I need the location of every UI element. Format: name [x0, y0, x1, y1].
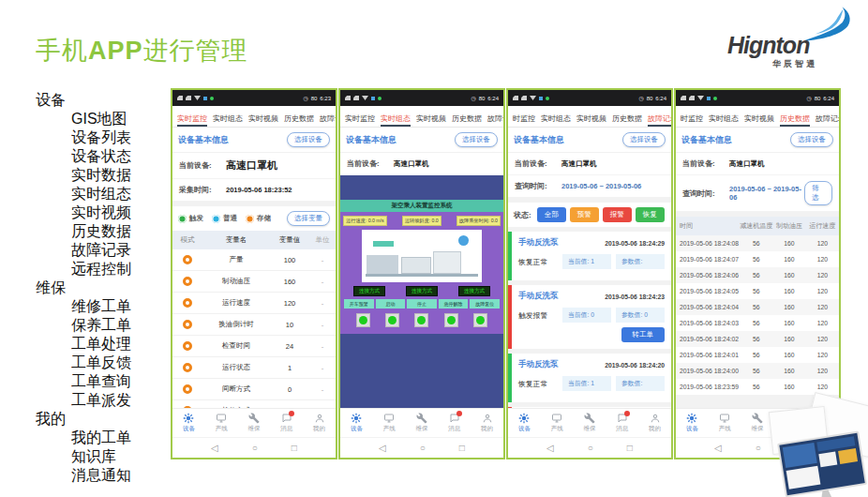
outline-item: 保养工单 — [71, 316, 131, 335]
outline-item: 设备状态 — [71, 147, 131, 166]
tab[interactable]: 历史数据 — [780, 110, 810, 127]
scada-control-button[interactable]: 启动 — [376, 299, 406, 309]
home-button[interactable]: ○ — [420, 443, 426, 453]
current-device-row: 当前设备: 高速口罩机 — [172, 153, 336, 179]
back-button[interactable]: ◁ — [379, 443, 386, 453]
connection-mode-box[interactable]: 连接方式 — [458, 286, 490, 296]
app-notification-icon — [203, 97, 207, 100]
connection-mode-box[interactable]: 连接方式 — [406, 286, 438, 296]
status-bar: ◷ 80 6:24 — [508, 90, 671, 106]
scada-control-button[interactable]: 急停解除 — [439, 299, 469, 309]
recents-button[interactable]: □ — [627, 443, 633, 453]
tab[interactable]: 故障记录 — [648, 110, 671, 127]
clock-icon: ◷ — [303, 95, 307, 101]
gearbox-temp: 56 — [740, 352, 772, 358]
tab[interactable]: 实时组态 — [541, 110, 571, 127]
history-time: 2019-05-06 18:24:07 — [676, 256, 740, 263]
back-button[interactable]: ◁ — [211, 443, 218, 453]
nav-item-messages[interactable]: 消息 — [606, 413, 638, 433]
fault-card[interactable]: 手动反洗泵 2019-05-06 18:24:23 触发报警 当前值: 0 参数… — [508, 285, 671, 349]
tab[interactable]: 故障记录 — [487, 110, 503, 127]
store-mode-icon — [183, 277, 192, 286]
run-speed: 120 — [806, 384, 839, 390]
person-icon — [650, 413, 661, 424]
history-row: 2019-05-06 18:24:02 56 160 120 — [676, 331, 839, 347]
nav-item-device[interactable]: 设备 — [676, 413, 709, 433]
select-device-button[interactable]: 选择设备 — [455, 132, 498, 147]
title-part: 手机 — [36, 37, 88, 65]
outline-item: 工单查询 — [71, 372, 131, 391]
back-button[interactable]: ◁ — [714, 443, 722, 453]
nav-item-line[interactable]: 产线 — [709, 413, 741, 433]
tab[interactable]: 时监控 — [681, 110, 703, 127]
recents-button[interactable]: □ — [292, 443, 297, 453]
select-device-button[interactable]: 选择设备 — [622, 132, 666, 147]
signal-icon — [186, 96, 191, 100]
status-filter-button[interactable]: 恢复 — [636, 207, 665, 222]
nav-item-device[interactable]: 设备 — [340, 413, 373, 433]
select-device-button[interactable]: 选择设备 — [287, 132, 330, 147]
status-filter-button[interactable]: 预警 — [570, 207, 599, 222]
scada-control-button[interactable]: 停止 — [407, 299, 437, 309]
outline-item: 工单处理 — [71, 335, 131, 354]
nav-item-device[interactable]: 设备 — [508, 413, 541, 433]
nav-item-line[interactable]: 产线 — [373, 413, 406, 433]
tab[interactable]: 故障记录 — [320, 110, 336, 127]
recents-button[interactable]: □ — [459, 443, 465, 453]
nav-item-profile[interactable]: 我的 — [471, 413, 503, 433]
tab[interactable]: 历史数据 — [452, 110, 482, 127]
nav-item-maintenance[interactable]: 维保 — [406, 413, 439, 433]
status-filter-button[interactable]: 报警 — [603, 207, 632, 222]
filter-button[interactable]: 筛选 — [804, 181, 832, 205]
run-speed: 120 — [806, 368, 839, 374]
tab[interactable]: 实时监控 — [177, 110, 207, 127]
notification-dot-icon — [378, 97, 382, 100]
tab[interactable]: 历史数据 — [284, 110, 314, 127]
nav-item-messages[interactable]: 消息 — [438, 413, 471, 433]
status-bar: ◷ 80 6:23 — [172, 90, 336, 106]
tab[interactable]: 实时视频 — [248, 110, 278, 127]
gear-icon — [183, 413, 194, 424]
nav-item-maintenance[interactable]: 维保 — [238, 413, 271, 433]
unread-badge — [456, 411, 462, 416]
nav-item-device[interactable]: 设备 — [172, 413, 205, 433]
query-date-range[interactable]: 2019-05-06 ~ 2019-05-06 — [729, 185, 804, 202]
tab[interactable]: 实时组态 — [381, 110, 411, 127]
scada-control-button[interactable]: 开车预警 — [344, 299, 374, 309]
tab[interactable]: 故障记录 — [816, 110, 839, 127]
home-button[interactable]: ○ — [252, 443, 258, 453]
nav-item-profile[interactable]: 我的 — [303, 413, 336, 433]
fault-card[interactable]: 手动反洗泵 2019-05-06 18:24:29 恢复正常 当前值: 1 参数… — [508, 232, 671, 280]
back-button[interactable]: ◁ — [546, 443, 554, 453]
nav-item-line[interactable]: 产线 — [541, 413, 574, 433]
tab[interactable]: 实时视频 — [576, 110, 606, 127]
nav-item-messages[interactable]: 消息 — [270, 413, 303, 433]
run-speed: 120 — [806, 320, 839, 326]
tab[interactable]: 实时监控 — [345, 110, 375, 127]
tab[interactable]: 时监控 — [513, 110, 535, 127]
query-date-range[interactable]: 2019-05-06 ~ 2019-05-06 — [561, 182, 641, 190]
tab[interactable]: 实时视频 — [744, 110, 774, 127]
connection-mode-box[interactable]: 连接方式 — [353, 286, 385, 296]
current-value-chip: 当前值: 0 — [562, 308, 611, 323]
tab[interactable]: 历史数据 — [612, 110, 642, 127]
select-device-button[interactable]: 选择设备 — [790, 132, 833, 147]
history-time: 2019-05-06 18:24:02 — [676, 336, 740, 342]
outline-item: 历史数据 — [71, 222, 131, 241]
signal-icon — [513, 96, 518, 100]
select-variable-button[interactable]: 选择变量 — [287, 211, 330, 226]
collect-time: 2019-05-06 18:23:52 — [226, 186, 292, 194]
status-filter-button[interactable]: 全部 — [537, 207, 566, 222]
nav-item-line[interactable]: 产线 — [205, 413, 238, 433]
tab[interactable]: 实时视频 — [416, 110, 446, 127]
tab[interactable]: 实时组态 — [709, 110, 739, 127]
fault-card[interactable]: 手动反洗泵 2019-05-06 18:24:20 恢复正常 当前值: 1 参数… — [508, 354, 671, 402]
brake-oil-pressure: 160 — [772, 288, 805, 294]
fault-card[interactable]: 手动反洗泵 2019-05-06 18:24:17 触发报警 当前值: 0 参数… — [508, 407, 671, 408]
scada-control-button[interactable]: 故障复位 — [470, 299, 500, 309]
nav-item-maintenance[interactable]: 维保 — [574, 413, 606, 433]
home-button[interactable]: ○ — [588, 443, 593, 453]
nav-item-profile[interactable]: 我的 — [638, 413, 671, 433]
tab[interactable]: 实时组态 — [213, 110, 243, 127]
to-work-order-button[interactable]: 转工单 — [621, 327, 666, 342]
